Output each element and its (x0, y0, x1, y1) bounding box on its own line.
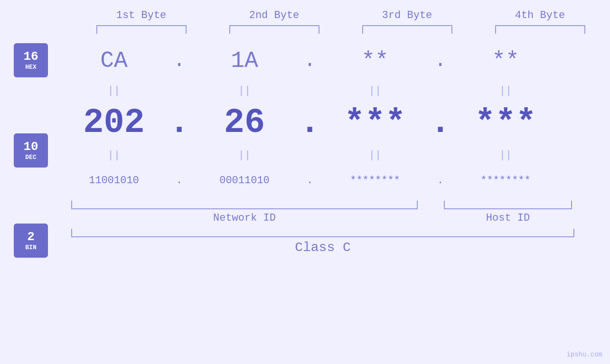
hex-val-1: CA (100, 48, 128, 74)
hex-badge: 16 HEX (14, 43, 48, 77)
top-brackets (75, 25, 607, 34)
eq-sign-2-2: || (238, 149, 251, 161)
byte-header-4: 4th Byte (488, 9, 592, 21)
bin-cell-1: 11001010 (62, 175, 166, 187)
host-id-label: Host ID (444, 212, 572, 224)
network-id-label: Network ID (71, 212, 418, 224)
hex-cell-3: ** (323, 48, 427, 74)
host-id-bracket (444, 201, 572, 209)
badges-column: 16 HEX 10 DEC 2 BIN (0, 39, 62, 266)
byte-headers-row: 1st Byte 2nd Byte 3rd Byte 4th Byte (75, 9, 607, 21)
eq-sign-1-3: || (369, 85, 381, 97)
eq-sign-1-2: || (238, 85, 251, 97)
hex-cell-4: ** (453, 48, 558, 74)
bin-dot-1: . (176, 175, 182, 187)
eq-sign-1-1: || (108, 85, 120, 97)
bin-val-2: 00011010 (219, 175, 270, 187)
bin-val-3: ******** (350, 175, 400, 187)
bin-val-1: 11001010 (89, 175, 139, 187)
eq-row-1: || || || || (62, 82, 584, 99)
dec-badge: 10 DEC (14, 133, 48, 168)
top-bracket-3 (362, 25, 452, 34)
main-container: 1st Byte 2nd Byte 3rd Byte 4th Byte 16 H… (0, 0, 610, 364)
eq-cell-2-2: || (192, 149, 297, 161)
data-columns: CA . 1A . ** . ** (62, 39, 610, 255)
eq-sign-1-4: || (499, 85, 512, 97)
dec-badge-num: 10 (23, 140, 38, 154)
dec-val-4: *** (475, 103, 536, 142)
bin-cell-3: ******** (323, 175, 427, 187)
bin-badge-label: BIN (25, 244, 36, 251)
dec-val-3: *** (344, 103, 406, 142)
dec-val-1: 202 (83, 103, 145, 142)
dec-cell-3: *** (323, 103, 427, 142)
hex-dot-2: . (304, 49, 316, 72)
dec-sep-2: . (297, 103, 323, 142)
byte-header-2: 2nd Byte (222, 9, 327, 21)
hex-dot-3: . (434, 49, 446, 72)
top-bracket-2 (229, 25, 319, 34)
network-id-bracket (71, 201, 418, 209)
bin-sep-2: . (297, 175, 323, 187)
bin-badge: 2 BIN (14, 224, 48, 258)
hex-badge-label: HEX (25, 64, 36, 71)
eq-sign-2-1: || (108, 149, 120, 161)
bin-cell-4: ******** (453, 175, 558, 187)
dec-sep-1: . (166, 103, 192, 142)
eq-row-2: || || || || (62, 147, 584, 164)
hex-sep-2: . (297, 49, 323, 72)
top-bracket-1 (96, 25, 187, 34)
hex-val-4: ** (492, 48, 519, 74)
network-host-section: Network ID Host ID (62, 201, 610, 224)
bin-cell-2: 00011010 (192, 175, 297, 187)
hex-cell-2: 1A (192, 48, 297, 74)
eq-cell-1-3: || (323, 85, 427, 97)
top-bracket-4 (495, 25, 585, 34)
eq-cell-2-1: || (62, 149, 166, 161)
bin-sep-1: . (166, 175, 192, 187)
hex-row: CA . 1A . ** . ** (62, 39, 584, 82)
bin-sep-3: . (427, 175, 453, 187)
dec-cell-4: *** (453, 103, 558, 142)
eq-cell-2-4: || (453, 149, 558, 161)
eq-sign-2-4: || (499, 149, 512, 161)
class-label: Class C (71, 240, 574, 255)
dec-val-2: 26 (224, 103, 265, 142)
hex-badge-num: 16 (23, 50, 38, 64)
bin-dot-2: . (307, 175, 313, 187)
bottom-labels-pair: Network ID Host ID (62, 212, 584, 224)
dec-dot-2: . (300, 103, 320, 142)
eq-cell-2-3: || (323, 149, 427, 161)
hex-val-3: ** (361, 48, 389, 74)
dec-row: 202 . 26 . *** . *** (62, 99, 584, 147)
byte-header-1: 1st Byte (89, 9, 194, 21)
dec-cell-1: 202 (62, 103, 166, 142)
bin-val-4: ******** (480, 175, 531, 187)
eq-cell-1-2: || (192, 85, 297, 97)
hex-val-2: 1A (231, 48, 258, 74)
bin-row: 11001010 . 00011010 . ******** . (62, 164, 584, 197)
hex-dot-1: . (173, 49, 185, 72)
hex-sep-3: . (427, 49, 453, 72)
eq-cell-1-1: || (62, 85, 166, 97)
eq-cell-1-4: || (453, 85, 558, 97)
dec-badge-label: DEC (25, 154, 36, 161)
dec-dot-1: . (169, 103, 189, 142)
bin-badge-num: 2 (27, 230, 35, 244)
watermark: ipshu.com (566, 351, 602, 358)
content-row: 16 HEX 10 DEC 2 BIN CA . (0, 39, 610, 266)
dec-cell-2: 26 (192, 103, 297, 142)
class-section: Class C (62, 229, 610, 255)
class-bracket (71, 229, 574, 237)
bottom-brackets-pair (62, 201, 584, 209)
hex-sep-1: . (166, 49, 192, 72)
byte-header-3: 3rd Byte (355, 9, 460, 21)
dec-sep-3: . (427, 103, 453, 142)
eq-sign-2-3: || (369, 149, 381, 161)
bin-dot-3: . (437, 175, 443, 187)
dec-dot-3: . (430, 103, 450, 142)
hex-cell-1: CA (62, 48, 166, 74)
